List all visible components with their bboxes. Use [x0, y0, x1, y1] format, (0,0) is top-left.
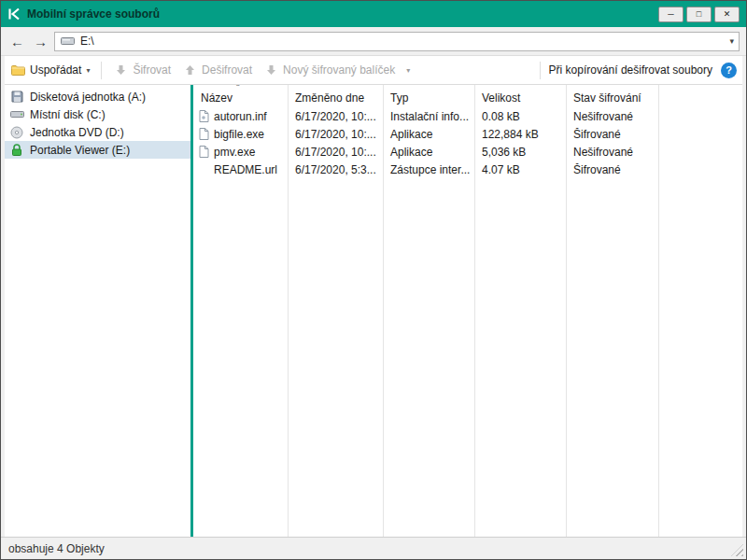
- file-encryption-status: Nešifrované: [566, 110, 658, 123]
- package-arrow-down-icon: [263, 64, 278, 76]
- folder-icon: [10, 64, 25, 76]
- back-icon[interactable]: ←: [7, 35, 27, 49]
- file-size: 122,884 kB: [474, 128, 566, 141]
- toolbar-right-group: Při kopírování dešifrovat soubory ?: [540, 62, 737, 79]
- file-encryption-status: Šifrované: [566, 128, 658, 141]
- file-type: Zástupce inter...: [383, 163, 474, 176]
- organize-button[interactable]: Uspořádat ▾: [10, 63, 90, 77]
- column-divider: [288, 85, 289, 537]
- floppy-drive-icon: [9, 91, 24, 103]
- dvd-drive-icon: [9, 126, 24, 139]
- file-icon-spacer: [199, 163, 209, 175]
- hard-disk-icon: [9, 109, 24, 119]
- file-row[interactable]: pmv.exe 6/17/2020, 10:... Aplikace 5,036…: [193, 143, 742, 161]
- sidebar-item-dvd-d[interactable]: Jednotka DVD (D:): [5, 123, 190, 141]
- window-title: Mobilní správce souborů: [27, 7, 160, 21]
- organize-label: Uspořádat: [30, 63, 81, 77]
- app-window: Mobilní správce souborů ─ □ ✕ ← → E:\ ▾ …: [0, 0, 747, 560]
- status-bar: obsahuje 4 Objekty: [1, 537, 746, 559]
- forward-icon[interactable]: →: [31, 35, 50, 49]
- file-encryption-status: Nešifrované: [566, 146, 658, 159]
- encrypt-label: Šifrovat: [133, 63, 171, 77]
- new-encrypted-package-label: Nový šifrovaný balíček: [283, 63, 395, 77]
- application-file-icon: [199, 128, 209, 140]
- encrypt-arrow-down-icon: [113, 64, 128, 76]
- sidebar-item-label: Místní disk (C:): [30, 108, 106, 121]
- kaspersky-logo-icon: [7, 7, 21, 21]
- file-row[interactable]: autorun.inf 6/17/2020, 10:... Instalační…: [193, 107, 742, 125]
- file-row[interactable]: bigfile.exe 6/17/2020, 10:... Aplikace 1…: [193, 125, 742, 143]
- drive-icon: [60, 36, 75, 46]
- address-path: E:\: [80, 35, 94, 48]
- column-header-status[interactable]: Stav šifrování: [566, 91, 658, 105]
- file-type: Aplikace: [383, 128, 474, 141]
- file-row[interactable]: README.url 6/17/2020, 5:3... Zástupce in…: [193, 161, 742, 178]
- column-header-type[interactable]: Typ: [383, 91, 474, 105]
- file-name: README.url: [214, 163, 277, 176]
- navigation-bar: ← → E:\ ▾: [1, 27, 746, 56]
- setup-info-file-icon: [199, 110, 209, 122]
- toolbar-divider: [101, 62, 102, 79]
- column-header-name[interactable]: Název: [193, 91, 288, 105]
- file-size: 4.07 kB: [474, 163, 566, 176]
- file-type: Instalační info...: [383, 110, 474, 123]
- file-name: autorun.inf: [214, 110, 267, 123]
- status-text: obsahuje 4 Objekty: [8, 542, 105, 555]
- column-divider: [566, 85, 567, 537]
- address-dropdown-icon[interactable]: ▾: [729, 36, 734, 46]
- new-package-dropdown-icon[interactable]: ▾: [406, 66, 410, 75]
- sidebar-item-label: Jednotka DVD (D:): [30, 126, 124, 139]
- file-list-pane: ˆ Název Změněno dne Typ Velikost Stav ši…: [193, 85, 742, 537]
- decrypt-label: Dešifrovat: [202, 63, 252, 77]
- new-encrypted-package-button[interactable]: Nový šifrovaný balíček: [263, 63, 395, 77]
- sidebar-item-label: Disketová jednotka (A:): [30, 91, 146, 104]
- column-divider: [658, 85, 659, 537]
- column-header-modified[interactable]: Změněno dne: [288, 91, 383, 105]
- column-divider: [383, 85, 384, 537]
- application-file-icon: [199, 146, 209, 158]
- maximize-button[interactable]: □: [686, 7, 712, 22]
- help-icon[interactable]: ?: [721, 63, 737, 78]
- decrypt-arrow-up-icon: [182, 64, 197, 76]
- column-divider: [474, 85, 475, 537]
- address-bar[interactable]: E:\ ▾: [54, 32, 740, 51]
- file-size: 5,036 kB: [474, 146, 566, 159]
- encrypted-drive-lock-icon: [9, 144, 24, 157]
- file-name: pmv.exe: [214, 146, 255, 159]
- organize-caret-icon: ▾: [86, 66, 90, 75]
- title-bar: Mobilní správce souborů ─ □ ✕: [1, 1, 746, 27]
- sort-ascending-icon[interactable]: ˆ: [236, 85, 240, 94]
- toolbar: Uspořádat ▾ Šifrovat Dešifrovat Nový šif…: [5, 56, 742, 85]
- window-controls: ─ □ ✕: [658, 7, 740, 22]
- file-modified: 6/17/2020, 10:...: [288, 146, 383, 159]
- decrypt-on-copy-label: Při kopírování dešifrovat soubory: [549, 63, 712, 77]
- file-modified: 6/17/2020, 10:...: [288, 128, 383, 141]
- minimize-button[interactable]: ─: [658, 7, 684, 22]
- column-header-size[interactable]: Velikost: [474, 91, 566, 105]
- sidebar-item-local-disk-c[interactable]: Místní disk (C:): [5, 105, 190, 123]
- sidebar-item-floppy-a[interactable]: Disketová jednotka (A:): [5, 88, 190, 105]
- file-size: 0.08 kB: [474, 110, 566, 123]
- file-modified: 6/17/2020, 10:...: [288, 110, 383, 123]
- content-area: Disketová jednotka (A:) Místní disk (C:)…: [1, 85, 746, 537]
- file-modified: 6/17/2020, 5:3...: [288, 163, 383, 176]
- list-header: Název Změněno dne Typ Velikost Stav šifr…: [193, 85, 742, 107]
- sidebar-item-label: Portable Viewer (E:): [30, 144, 130, 157]
- resize-grip[interactable]: [731, 544, 743, 556]
- file-type: Aplikace: [383, 146, 474, 159]
- toolbar-divider: [540, 62, 541, 79]
- close-button[interactable]: ✕: [714, 7, 740, 22]
- file-name: bigfile.exe: [214, 128, 264, 141]
- file-encryption-status: Šifrované: [566, 163, 658, 176]
- sidebar-item-portable-viewer-e[interactable]: Portable Viewer (E:): [5, 141, 190, 159]
- decrypt-button[interactable]: Dešifrovat: [182, 63, 252, 77]
- encrypt-button[interactable]: Šifrovat: [113, 63, 171, 77]
- drive-tree: Disketová jednotka (A:) Místní disk (C:)…: [5, 85, 190, 537]
